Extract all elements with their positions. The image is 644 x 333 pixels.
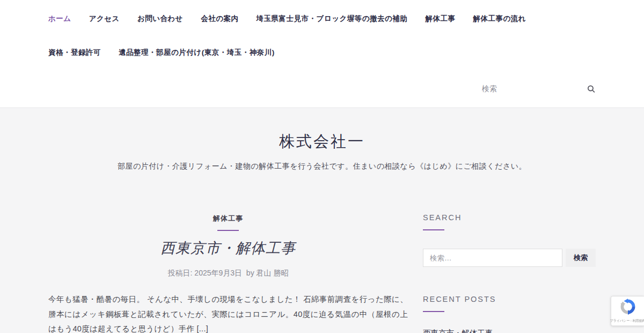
post-excerpt: 今年も猛暑・酷暑の毎日。 そんな中、手壊しの現場をこなしました！ 石綿事前調査を…	[48, 292, 408, 333]
nav-item-licenses[interactable]: 資格・登録許可	[48, 48, 101, 57]
post-author-link[interactable]: 君山 勝昭	[257, 269, 289, 277]
post-title: 西東京市・解体工事	[48, 238, 408, 258]
search-widget-accent-rule	[423, 229, 444, 230]
header-search-input[interactable]	[482, 84, 587, 93]
nav-item-home[interactable]: ホーム	[48, 14, 71, 24]
post-meta: 投稿日: 2025年9月3日 by 君山 勝昭	[48, 269, 408, 278]
site-tagline: 部屋の片付け・介護リフォーム・建物の解体工事を行う会社です。住まいの相談なら《は…	[48, 162, 596, 171]
search-widget: SEARCH 検索	[423, 213, 596, 267]
header-search-button[interactable]	[587, 84, 596, 93]
nav-item-demolition[interactable]: 解体工事	[425, 14, 455, 24]
post-title-link[interactable]: 西東京市・解体工事	[160, 240, 296, 256]
recaptcha-badge[interactable]: プライバシー - 利用規約	[611, 296, 644, 326]
recaptcha-privacy-terms-label: プライバシー - 利用規約	[610, 318, 644, 323]
sidebar: SEARCH 検索 RECENT POSTS 西東京市・解体工事	[423, 213, 596, 333]
site-branding: 株式会社一 部屋の片付け・介護リフォーム・建物の解体工事を行う会社です。住まいの…	[48, 108, 596, 171]
nav-item-fujimi-subsidy[interactable]: 埼玉県富士見市・ブロック塀等の撤去の補助	[257, 14, 408, 24]
list-item: 西東京市・解体工事	[423, 328, 596, 333]
nav-item-access[interactable]: アクセス	[89, 14, 120, 24]
posted-label: 投稿日:	[168, 269, 193, 277]
post-summary: 解体工事 西東京市・解体工事 投稿日: 2025年9月3日 by 君山 勝昭 今…	[48, 213, 408, 333]
header-search-form	[482, 79, 596, 98]
search-icon	[587, 87, 596, 95]
recent-posts-heading: RECENT POSTS	[423, 295, 596, 303]
recent-posts-list: 西東京市・解体工事	[423, 328, 596, 333]
page-body: 株式会社一 部屋の片付け・介護リフォーム・建物の解体工事を行う会社です。住まいの…	[0, 108, 644, 333]
sidebar-search-input[interactable]	[423, 249, 562, 267]
main-navigation: ホーム アクセス お問い合わせ 会社の案内 埼玉県富士見市・ブロック塀等の撤去の…	[48, 0, 596, 57]
recent-posts-widget: RECENT POSTS 西東京市・解体工事	[423, 295, 596, 333]
nav-item-company[interactable]: 会社の案内	[201, 14, 238, 24]
post-category-link[interactable]: 解体工事	[213, 214, 243, 223]
recaptcha-logo-icon	[620, 299, 636, 317]
sidebar-search-button[interactable]: 検索	[566, 249, 596, 267]
search-widget-heading: SEARCH	[423, 213, 596, 222]
post-date: 2025年9月3日	[194, 269, 242, 277]
recent-posts-accent-rule	[423, 311, 444, 312]
nav-item-demolition-flow[interactable]: 解体工事の流れ	[473, 14, 526, 24]
site-header: ホーム アクセス お問い合わせ 会社の案内 埼玉県富士見市・ブロック塀等の撤去の…	[0, 0, 644, 108]
nav-item-estate-cleanup[interactable]: 遺品整理・部屋の片付け(東京・埼玉・神奈川)	[119, 48, 275, 57]
category-accent-rule	[217, 230, 239, 231]
recent-post-link[interactable]: 西東京市・解体工事	[423, 329, 493, 333]
byline-label: by	[246, 269, 254, 277]
nav-item-contact[interactable]: お問い合わせ	[137, 14, 183, 24]
sidebar-search-form: 検索	[423, 249, 596, 267]
site-title: 株式会社一	[48, 131, 596, 153]
